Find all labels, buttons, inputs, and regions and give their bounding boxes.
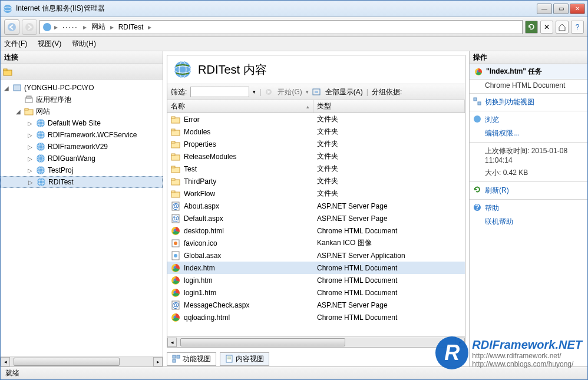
bc-current[interactable]: RDITest <box>116 23 146 31</box>
list-item[interactable]: desktop.htmlChrome HTML Document <box>167 224 465 237</box>
home-button[interactable] <box>556 21 569 34</box>
col-name[interactable]: 名称 ▴ <box>167 100 313 113</box>
action-refresh[interactable]: 刷新(R) <box>470 184 587 197</box>
action-switch-view[interactable]: 切换到功能视图 <box>470 95 587 109</box>
svg-point-27 <box>37 178 45 186</box>
tab-content[interactable]: 内容视图 <box>220 352 269 366</box>
scroll-right-button[interactable]: ▸ <box>153 357 163 366</box>
scroll-track[interactable] <box>10 357 153 366</box>
file-name: About.aspx <box>184 202 219 210</box>
list-item[interactable]: Error文件夹 <box>167 113 465 125</box>
showall-label[interactable]: 全部显示(A) <box>325 87 363 97</box>
tree-apppool[interactable]: 应用程序池 <box>1 94 163 105</box>
tab-features[interactable]: 功能视图 <box>167 352 216 366</box>
folder-icon <box>171 140 180 149</box>
server-icon <box>42 22 52 32</box>
help-button[interactable]: ? <box>571 21 584 34</box>
scroll-right-button[interactable]: ▸ <box>455 338 465 347</box>
sidebar-hscroll[interactable]: ◂ ▸ <box>1 356 163 366</box>
scroll-left-button[interactable]: ◂ <box>167 338 177 347</box>
refresh-addr-button[interactable] <box>525 21 538 34</box>
minimize-button[interactable]: — <box>537 4 552 14</box>
list-item[interactable]: ThirdParty文件夹 <box>167 175 465 187</box>
list-item[interactable]: ReleaseModules文件夹 <box>167 150 465 163</box>
list-item[interactable]: favicon.icoKankan ICO 图像 <box>167 237 465 249</box>
svg-text:@: @ <box>172 202 179 210</box>
tree-site-item[interactable]: ▷TestProj <box>1 164 163 176</box>
filter-input[interactable] <box>190 87 249 97</box>
list-item[interactable]: Modules文件夹 <box>167 125 465 138</box>
folder-icon[interactable] <box>3 67 12 77</box>
tree-site-item[interactable]: ▷Default Web Site <box>1 117 163 129</box>
list-item[interactable]: Test文件夹 <box>167 163 465 175</box>
close-button[interactable]: ✕ <box>570 4 585 14</box>
tree-site-item[interactable]: ▷RDIFramework.WCFService <box>1 129 163 141</box>
list-item[interactable]: @About.aspxASP.NET Server Page <box>167 200 465 212</box>
col-type[interactable]: 类型 <box>313 100 465 113</box>
bc-host[interactable]: ····· <box>60 23 81 31</box>
stop-addr-button[interactable]: ✕ <box>540 21 553 34</box>
content-listview: 名称 ▴ 类型 Error文件夹Modules文件夹Properties文件夹R… <box>167 100 465 347</box>
chevron-right-icon[interactable]: ▸ <box>53 23 59 31</box>
menu-file[interactable]: 文件(F) <box>4 39 27 49</box>
task-subtitle: Chrome HTML Document <box>470 80 587 91</box>
svg-rect-78 <box>474 98 477 101</box>
file-type: 文件夹 <box>313 114 465 124</box>
action-edit-permissions[interactable]: 编辑权限... <box>470 127 587 140</box>
tree-site-item[interactable]: ▷RDIGuanWang <box>1 153 163 164</box>
folder-icon <box>171 177 180 186</box>
chevron-right-icon[interactable]: ▸ <box>109 23 115 31</box>
list-item[interactable]: Global.asaxASP.NET Server Application <box>167 249 465 262</box>
window-title: Internet 信息服务(IIS)管理器 <box>16 4 537 14</box>
scroll-left-button[interactable]: ◂ <box>1 357 10 366</box>
action-online-help[interactable]: 联机帮助 <box>470 215 587 229</box>
bc-sites[interactable]: 网站 <box>89 22 108 32</box>
address-bar: ▸ ····· ▸ 网站 ▸ RDITest ▸ ✕ ? <box>1 17 587 37</box>
file-type: 文件夹 <box>313 164 465 174</box>
go-icon[interactable] <box>265 88 274 96</box>
svg-point-15 <box>37 131 45 139</box>
scroll-track[interactable] <box>177 338 455 347</box>
scroll-thumb[interactable] <box>180 338 345 346</box>
showall-icon[interactable] <box>312 88 322 96</box>
svg-point-0 <box>4 5 12 13</box>
help-icon: ? <box>473 203 481 212</box>
action-help[interactable]: ? 帮助 <box>470 201 587 215</box>
svg-rect-9 <box>27 96 31 98</box>
file-name: login1.htm <box>184 289 216 297</box>
start-label[interactable]: 开始(G) <box>278 87 302 97</box>
tree-site-item[interactable]: ▷RDITest <box>1 176 163 188</box>
list-item[interactable]: Index.htmChrome HTML Document <box>167 262 465 274</box>
list-item[interactable]: @Default.aspxASP.NET Server Page <box>167 212 465 224</box>
breadcrumb[interactable]: ▸ ····· ▸ 网站 ▸ RDITest ▸ <box>39 20 523 34</box>
tree-site-item[interactable]: ▷RDIFrameworkV29 <box>1 141 163 153</box>
tree-sites[interactable]: ◢网站 <box>1 105 163 117</box>
action-browse[interactable]: 浏览 <box>470 113 587 127</box>
list-item[interactable]: WorkFlow文件夹 <box>167 187 465 200</box>
list-item[interactable]: Properties文件夹 <box>167 138 465 150</box>
tree-root[interactable]: ◢(YONGHU-PC-PC\YO <box>1 82 163 94</box>
list-item[interactable]: login1.htmChrome HTML Document <box>167 286 465 299</box>
dropdown-icon[interactable]: ▾ <box>253 89 256 95</box>
maximize-button[interactable]: ▭ <box>553 4 569 14</box>
chevron-right-icon[interactable]: ▸ <box>147 23 153 31</box>
svg-point-4 <box>43 23 51 31</box>
file-type: 文件夹 <box>313 176 465 186</box>
refresh-icon <box>473 186 481 194</box>
list-hscroll[interactable]: ◂ ▸ <box>167 336 465 347</box>
list-item[interactable]: qqloading.htmlChrome HTML Document <box>167 311 465 323</box>
connections-tree[interactable]: ◢(YONGHU-PC-PC\YO应用程序池◢网站▷Default Web Si… <box>1 80 163 356</box>
file-type: Kankan ICO 图像 <box>313 238 465 248</box>
forward-button[interactable] <box>22 19 37 35</box>
scroll-thumb[interactable] <box>14 358 120 366</box>
list-item[interactable]: login.htmChrome HTML Document <box>167 274 465 286</box>
chevron-right-icon[interactable]: ▸ <box>82 23 88 31</box>
list-item[interactable]: @MessageCheck.aspxASP.NET Server Page <box>167 299 465 311</box>
menu-help[interactable]: 帮助(H) <box>72 39 96 49</box>
main-title-row: RDITest 内容 <box>167 55 465 84</box>
back-button[interactable] <box>4 19 19 35</box>
file-type: Chrome HTML Document <box>313 313 465 322</box>
list-body[interactable]: Error文件夹Modules文件夹Properties文件夹ReleaseMo… <box>167 113 465 336</box>
svg-text:@: @ <box>172 301 179 309</box>
menu-view[interactable]: 视图(V) <box>38 39 61 49</box>
